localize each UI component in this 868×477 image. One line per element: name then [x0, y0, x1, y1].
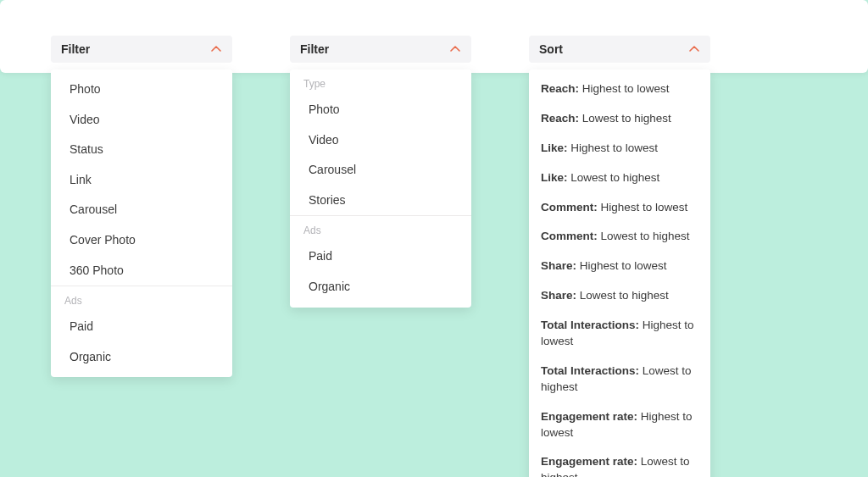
chevron-up-icon [210, 43, 222, 55]
sort-metric: Reach: [541, 82, 579, 95]
chevron-up-icon [449, 43, 461, 55]
sort-option[interactable]: Like: Lowest to highest [529, 164, 710, 193]
filter-header-label: Filter [300, 42, 329, 56]
sort-metric: Like: [541, 141, 568, 154]
filter-option[interactable]: Carousel [51, 195, 232, 225]
sort-metric: Reach: [541, 112, 579, 125]
sort-direction: Lowest to highest [598, 230, 690, 242]
filter-option[interactable]: Video [290, 125, 471, 156]
sort-option[interactable]: Engagement rate: Lowest to highest [529, 447, 710, 477]
filter-option[interactable]: Cover Photo [51, 225, 232, 256]
sort-direction: Lowest to highest [568, 171, 660, 184]
filter-option[interactable]: Carousel [290, 155, 471, 186]
filter-header[interactable]: Filter [290, 36, 471, 63]
sort-option[interactable]: Total Interactions: Highest to lowest [529, 311, 710, 357]
sort-metric: Like: [541, 171, 568, 184]
sort-option[interactable]: Share: Highest to lowest [529, 252, 710, 281]
filter-dropdown-1: Filter Photo Video Status Link Carousel … [51, 36, 232, 377]
sort-direction: Lowest to highest [576, 289, 669, 302]
filter-dropdown-2: Filter Type Photo Video Carousel Stories… [290, 36, 471, 308]
filter-option[interactable]: Status [51, 135, 232, 165]
filter-option[interactable]: Paid [51, 312, 232, 342]
sort-metric: Total Interactions: [541, 364, 639, 377]
sort-direction: Highest to lowest [576, 259, 667, 272]
sort-panel: Reach: Highest to lowestReach: Lowest to… [529, 69, 710, 477]
sort-direction: Highest to lowest [568, 141, 659, 154]
filter-panel: Photo Video Status Link Carousel Cover P… [51, 69, 232, 377]
sort-dropdown: Sort Reach: Highest to lowestReach: Lowe… [529, 36, 710, 477]
sort-header[interactable]: Sort [529, 36, 710, 63]
sort-option[interactable]: Reach: Lowest to highest [529, 104, 710, 134]
filter-option[interactable]: Video [51, 105, 232, 136]
sort-option[interactable]: Total Interactions: Lowest to highest [529, 357, 710, 402]
sort-metric: Engagement rate: [541, 410, 637, 423]
filter-option[interactable]: Organic [290, 272, 471, 308]
section-label-ads: Ads [51, 286, 232, 312]
filter-option[interactable]: Organic [51, 342, 232, 378]
filter-option[interactable]: Photo [290, 95, 471, 125]
filter-header-label: Filter [61, 42, 90, 56]
filter-option[interactable]: 360 Photo [51, 256, 232, 286]
sort-metric: Comment: [541, 201, 598, 214]
sort-direction: Highest to lowest [579, 82, 670, 95]
sort-metric: Share: [541, 289, 576, 302]
filter-option[interactable]: Link [51, 165, 232, 196]
sort-option[interactable]: Comment: Lowest to highest [529, 222, 710, 252]
sort-option[interactable]: Comment: Highest to lowest [529, 193, 710, 223]
section-label-ads: Ads [290, 215, 471, 241]
sort-direction: Lowest to highest [579, 112, 671, 125]
sort-option[interactable]: Engagement rate: Highest to lowest [529, 402, 710, 448]
sort-metric: Engagement rate: [541, 455, 637, 468]
sort-option[interactable]: Reach: Highest to lowest [529, 69, 710, 104]
sort-option[interactable]: Share: Lowest to highest [529, 281, 710, 311]
filter-option[interactable]: Stories [290, 186, 471, 216]
sort-metric: Total Interactions: [541, 319, 639, 331]
sort-option[interactable]: Like: Highest to lowest [529, 134, 710, 164]
sort-direction: Highest to lowest [598, 201, 688, 214]
sort-metric: Share: [541, 259, 576, 272]
filter-option[interactable]: Paid [290, 241, 471, 272]
filter-header[interactable]: Filter [51, 36, 232, 63]
sort-header-label: Sort [539, 42, 563, 56]
filter-panel: Type Photo Video Carousel Stories Ads Pa… [290, 69, 471, 308]
sort-metric: Comment: [541, 230, 598, 242]
section-label-type: Type [290, 69, 471, 95]
filter-option[interactable]: Photo [51, 69, 232, 105]
chevron-up-icon [688, 43, 700, 55]
